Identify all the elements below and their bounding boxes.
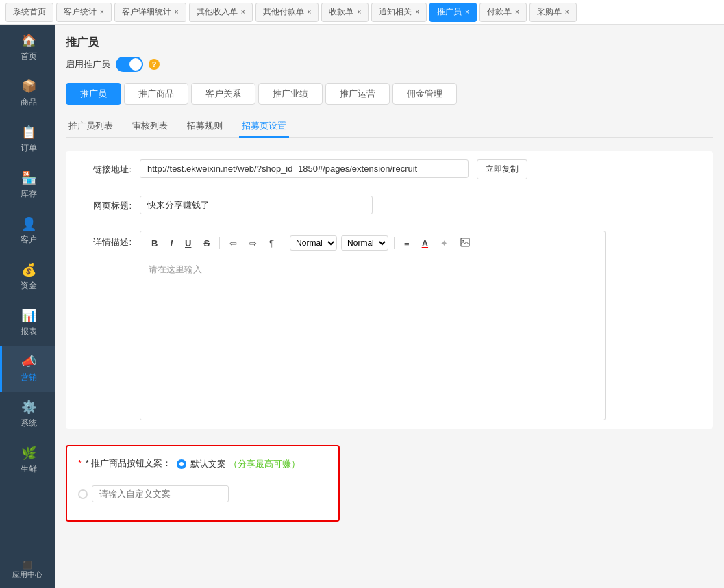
settings-icon: ⚙️ [21,400,36,415]
help-icon[interactable]: ? [149,59,160,70]
title-content [140,196,702,214]
button-copy-label: * * 推广商品按钮文案： 默认文案 （分享最高可赚） [78,457,327,477]
nav-tab-推广业绩[interactable]: 推广业绩 [258,83,323,105]
tab-客户统计[interactable]: 客户统计 × [56,3,112,22]
fresh-icon: 🌿 [21,446,36,461]
finance-icon: 💰 [21,262,36,277]
enable-toggle-row: 启用推广员 ? [66,57,713,72]
desc-content: B I U S ⇦ ⇨ ¶ Normal [140,231,702,420]
nav-tab-推广员[interactable]: 推广员 [66,83,121,105]
sidebar-item-首页[interactable]: 🏠 首页 [0,25,55,71]
default-option-suffix: （分享最高可赚） [229,459,300,469]
link-value: http://test.ekweixin.net/web/?shop_id=18… [140,159,469,178]
editor-placeholder: 请在这里输入 [149,264,202,274]
format-button[interactable]: ¶ [265,237,278,250]
editor-toolbar: B I U S ⇦ ⇨ ¶ Normal [140,231,605,255]
sidebar-item-系统[interactable]: ⚙️ 系统 [0,392,55,437]
order-icon: 📋 [21,125,36,140]
nav-tab-客户关系[interactable]: 客户关系 [191,83,255,105]
align-button[interactable]: ≡ [400,237,414,250]
home-icon: 🏠 [21,33,36,48]
marketing-icon: 📣 [21,354,36,369]
strikethrough-button[interactable]: S [199,237,214,250]
title-input[interactable] [140,196,373,214]
main-layout: 🏠 首页 📦 商品 📋 订单 🏪 库存 👤 客户 💰 资金 📊 报表 📣 [0,25,724,588]
tab-客户详细统计[interactable]: 客户详细统计 × [114,3,186,22]
sidebar-item-资金[interactable]: 💰 资金 [0,254,55,300]
form-area: 链接地址: http://test.ekweixin.net/web/?shop… [66,151,713,429]
customer-icon: 👤 [21,216,36,231]
italic-button[interactable]: I [166,237,177,250]
sub-tab-招募页设置[interactable]: 招募页设置 [239,116,289,138]
button-copy-wrapper: * * 推广商品按钮文案： 默认文案 （分享最高可赚） [66,445,713,522]
tab-付款单[interactable]: 付款单 × [479,3,527,22]
sub-tabs: 推广员列表 审核列表 招募规则 招募页设置 [66,116,713,138]
desc-label: 详情描述: [77,231,132,248]
sub-tab-审核列表[interactable]: 审核列表 [129,116,171,138]
link-content: http://test.ekweixin.net/web/?shop_id=18… [140,159,702,179]
sidebar-item-客户[interactable]: 👤 客户 [0,208,55,254]
title-label: 网页标题: [77,196,132,212]
sub-tab-推广员列表[interactable]: 推广员列表 [66,116,116,138]
inventory-icon: 🏪 [21,170,36,186]
sidebar-item-订单[interactable]: 📋 订单 [0,116,55,162]
close-icon[interactable]: × [465,8,469,16]
sidebar-item-生鲜[interactable]: 🌿 生鲜 [0,437,55,483]
report-icon: 📊 [21,308,36,323]
bold-button[interactable]: B [147,237,162,250]
product-icon: 📦 [21,79,36,94]
default-radio-option[interactable]: 默认文案 （分享最高可赚） [177,458,300,470]
nav-tab-佣金管理[interactable]: 佣金管理 [392,83,457,105]
close-icon[interactable]: × [175,8,179,16]
custom-radio-option[interactable] [78,485,327,502]
nav-tab-推广运营[interactable]: 推广运营 [325,83,390,105]
image-button[interactable] [456,236,474,251]
highlight-button[interactable]: ✦ [436,237,452,250]
close-icon[interactable]: × [241,8,245,16]
rich-editor: B I U S ⇦ ⇨ ¶ Normal [140,231,606,420]
sidebar-item-商品[interactable]: 📦 商品 [0,71,55,116]
sidebar-item-报表[interactable]: 📊 报表 [0,300,55,346]
editor-body[interactable]: 请在这里输入 [140,255,605,420]
tab-通知相关[interactable]: 通知相关 × [371,3,427,22]
tab-系统首页[interactable]: 系统首页 [5,3,53,22]
app-center-icon: ⬛ [0,561,55,570]
copy-button[interactable]: 立即复制 [477,159,527,179]
sidebar-bottom: ⬛ 应用中心 [0,552,55,588]
indent-right-button[interactable]: ⇨ [245,237,261,250]
tab-推广员[interactable]: 推广员 × [429,3,477,22]
close-icon[interactable]: × [565,8,569,16]
close-icon[interactable]: × [415,8,419,16]
sidebar-item-库存[interactable]: 🏪 库存 [0,162,55,208]
tab-其他收入单[interactable]: 其他收入单 × [189,3,253,22]
tab-收款单[interactable]: 收款单 × [321,3,369,22]
toolbar-divider [219,237,220,249]
sub-tab-招募规则[interactable]: 招募规则 [184,116,225,138]
nav-tabs-main: 推广员 推广商品 客户关系 推广业绩 推广运营 佣金管理 [66,83,713,105]
indent-left-button[interactable]: ⇦ [225,237,241,250]
default-radio[interactable] [177,459,186,469]
tab-采购单[interactable]: 采购单 × [529,3,577,22]
app-center-button[interactable]: ⬛ 应用中心 [0,552,55,588]
sidebar-item-营销[interactable]: 📣 营销 [0,346,55,392]
nav-tab-推广商品[interactable]: 推广商品 [124,83,188,105]
close-icon[interactable]: × [515,8,519,16]
title-row: 网页标题: [66,188,713,222]
close-icon[interactable]: × [100,8,104,16]
enable-toggle[interactable] [116,57,143,72]
tab-其他付款单[interactable]: 其他付款单 × [255,3,319,22]
custom-copy-input[interactable] [92,485,229,502]
content-area: 推广员 启用推广员 ? 推广员 推广商品 客户关系 推广业绩 推广运营 [55,25,724,588]
toolbar-divider-3 [394,237,395,249]
close-icon[interactable]: × [308,8,312,16]
required-star: * [78,458,82,468]
font-color-button[interactable]: A [418,237,432,250]
close-icon[interactable]: × [357,8,361,16]
custom-radio[interactable] [78,489,88,499]
underline-button[interactable]: U [181,237,195,250]
toolbar-divider-2 [284,237,284,249]
font-size-select[interactable]: Normal [290,235,337,251]
font-family-select[interactable]: Normal [341,235,388,251]
link-label: 链接地址: [77,159,132,176]
sidebar: 🏠 首页 📦 商品 📋 订单 🏪 库存 👤 客户 💰 资金 📊 报表 📣 [0,25,55,588]
